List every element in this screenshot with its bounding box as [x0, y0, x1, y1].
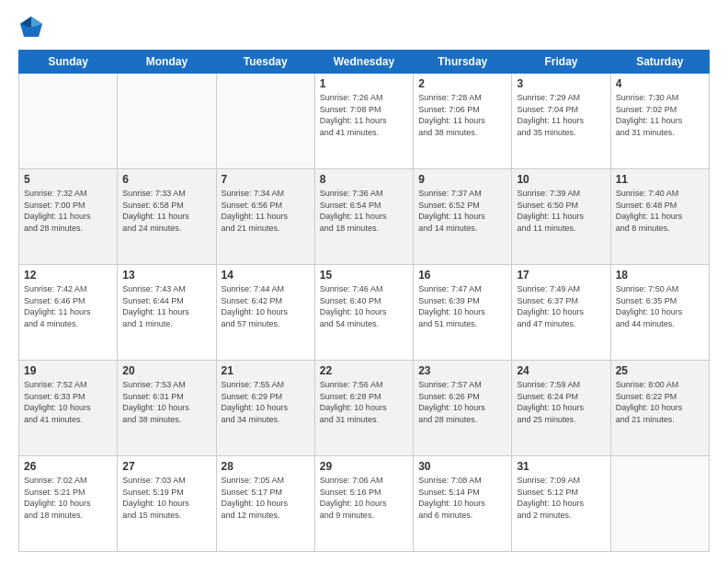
day-number: 9	[418, 173, 506, 186]
calendar-cell: 22Sunrise: 7:56 AM Sunset: 6:28 PM Dayli…	[314, 361, 413, 456]
day-number: 21	[222, 364, 310, 377]
calendar-cell: 8Sunrise: 7:36 AM Sunset: 6:54 PM Daylig…	[314, 169, 413, 265]
day-info: Sunrise: 7:33 AM Sunset: 6:58 PM Dayligh…	[122, 188, 210, 234]
calendar-cell: 13Sunrise: 7:43 AM Sunset: 6:44 PM Dayli…	[118, 265, 216, 361]
col-header-thursday: Thursday	[414, 51, 512, 74]
day-number: 4	[616, 77, 704, 90]
calendar-cell: 14Sunrise: 7:44 AM Sunset: 6:42 PM Dayli…	[216, 265, 314, 361]
calendar-cell	[610, 456, 709, 552]
day-info: Sunrise: 7:56 AM Sunset: 6:28 PM Dayligh…	[320, 379, 408, 425]
day-number: 13	[122, 269, 210, 282]
calendar-week-4: 19Sunrise: 7:52 AM Sunset: 6:33 PM Dayli…	[19, 361, 710, 456]
day-number: 18	[616, 269, 704, 282]
calendar-cell: 6Sunrise: 7:33 AM Sunset: 6:58 PM Daylig…	[118, 169, 216, 265]
day-number: 8	[320, 173, 408, 186]
day-info: Sunrise: 7:49 AM Sunset: 6:37 PM Dayligh…	[517, 283, 605, 329]
calendar-cell: 3Sunrise: 7:29 AM Sunset: 7:04 PM Daylig…	[512, 74, 610, 169]
day-number: 14	[222, 269, 310, 282]
col-header-saturday: Saturday	[610, 51, 709, 74]
calendar-cell	[19, 74, 118, 169]
calendar-week-3: 12Sunrise: 7:42 AM Sunset: 6:46 PM Dayli…	[19, 265, 710, 361]
col-header-friday: Friday	[512, 51, 610, 74]
day-info: Sunrise: 7:57 AM Sunset: 6:26 PM Dayligh…	[418, 379, 506, 425]
day-info: Sunrise: 7:39 AM Sunset: 6:50 PM Dayligh…	[517, 188, 605, 234]
day-info: Sunrise: 7:30 AM Sunset: 7:02 PM Dayligh…	[616, 92, 704, 138]
header	[18, 15, 710, 40]
day-info: Sunrise: 7:36 AM Sunset: 6:54 PM Dayligh…	[320, 188, 408, 234]
calendar-week-5: 26Sunrise: 7:02 AM Sunset: 5:21 PM Dayli…	[19, 456, 710, 552]
day-number: 5	[24, 173, 112, 186]
calendar-cell: 26Sunrise: 7:02 AM Sunset: 5:21 PM Dayli…	[19, 456, 118, 552]
calendar-cell: 21Sunrise: 7:55 AM Sunset: 6:29 PM Dayli…	[216, 361, 314, 456]
logo-icon	[18, 15, 44, 40]
day-number: 22	[320, 364, 408, 377]
calendar-cell: 30Sunrise: 7:08 AM Sunset: 5:14 PM Dayli…	[414, 456, 512, 552]
col-header-sunday: Sunday	[19, 51, 118, 74]
calendar-cell: 10Sunrise: 7:39 AM Sunset: 6:50 PM Dayli…	[512, 169, 610, 265]
day-number: 19	[24, 364, 112, 377]
calendar-cell: 12Sunrise: 7:42 AM Sunset: 6:46 PM Dayli…	[19, 265, 118, 361]
calendar-cell: 29Sunrise: 7:06 AM Sunset: 5:16 PM Dayli…	[314, 456, 413, 552]
calendar-cell: 2Sunrise: 7:28 AM Sunset: 7:06 PM Daylig…	[414, 74, 512, 169]
day-info: Sunrise: 7:55 AM Sunset: 6:29 PM Dayligh…	[222, 379, 310, 425]
calendar-header-row: SundayMondayTuesdayWednesdayThursdayFrid…	[19, 51, 710, 74]
logo	[18, 15, 46, 40]
day-number: 27	[122, 460, 210, 473]
day-number: 6	[122, 173, 210, 186]
day-info: Sunrise: 7:05 AM Sunset: 5:17 PM Dayligh…	[222, 475, 310, 521]
calendar-cell: 28Sunrise: 7:05 AM Sunset: 5:17 PM Dayli…	[216, 456, 314, 552]
day-number: 17	[517, 269, 605, 282]
calendar-cell: 27Sunrise: 7:03 AM Sunset: 5:19 PM Dayli…	[118, 456, 216, 552]
day-number: 15	[320, 269, 408, 282]
day-number: 7	[222, 173, 310, 186]
calendar-cell: 20Sunrise: 7:53 AM Sunset: 6:31 PM Dayli…	[118, 361, 216, 456]
col-header-monday: Monday	[118, 51, 216, 74]
calendar-cell: 24Sunrise: 7:59 AM Sunset: 6:24 PM Dayli…	[512, 361, 610, 456]
calendar-cell: 15Sunrise: 7:46 AM Sunset: 6:40 PM Dayli…	[314, 265, 413, 361]
day-number: 29	[320, 460, 408, 473]
day-number: 12	[24, 269, 112, 282]
day-info: Sunrise: 7:44 AM Sunset: 6:42 PM Dayligh…	[222, 283, 310, 329]
day-info: Sunrise: 7:06 AM Sunset: 5:16 PM Dayligh…	[320, 475, 408, 521]
day-info: Sunrise: 7:47 AM Sunset: 6:39 PM Dayligh…	[418, 283, 506, 329]
day-info: Sunrise: 7:03 AM Sunset: 5:19 PM Dayligh…	[122, 475, 210, 521]
day-number: 3	[517, 77, 605, 90]
page: SundayMondayTuesdayWednesdayThursdayFrid…	[0, 0, 728, 563]
calendar-cell	[216, 74, 314, 169]
col-header-tuesday: Tuesday	[216, 51, 314, 74]
day-info: Sunrise: 7:02 AM Sunset: 5:21 PM Dayligh…	[24, 475, 112, 521]
day-info: Sunrise: 8:00 AM Sunset: 6:22 PM Dayligh…	[616, 379, 704, 425]
day-number: 16	[418, 269, 506, 282]
day-info: Sunrise: 7:34 AM Sunset: 6:56 PM Dayligh…	[222, 188, 310, 234]
day-info: Sunrise: 7:26 AM Sunset: 7:08 PM Dayligh…	[320, 92, 408, 138]
day-info: Sunrise: 7:08 AM Sunset: 5:14 PM Dayligh…	[418, 475, 506, 521]
day-info: Sunrise: 7:43 AM Sunset: 6:44 PM Dayligh…	[122, 283, 210, 329]
calendar-cell: 7Sunrise: 7:34 AM Sunset: 6:56 PM Daylig…	[216, 169, 314, 265]
calendar-cell: 31Sunrise: 7:09 AM Sunset: 5:12 PM Dayli…	[512, 456, 610, 552]
day-info: Sunrise: 7:28 AM Sunset: 7:06 PM Dayligh…	[418, 92, 506, 138]
calendar-cell: 23Sunrise: 7:57 AM Sunset: 6:26 PM Dayli…	[414, 361, 512, 456]
calendar-cell: 25Sunrise: 8:00 AM Sunset: 6:22 PM Dayli…	[610, 361, 709, 456]
day-number: 20	[122, 364, 210, 377]
day-info: Sunrise: 7:52 AM Sunset: 6:33 PM Dayligh…	[24, 379, 112, 425]
calendar-cell: 11Sunrise: 7:40 AM Sunset: 6:48 PM Dayli…	[610, 169, 709, 265]
calendar-table: SundayMondayTuesdayWednesdayThursdayFrid…	[18, 50, 710, 552]
day-number: 11	[616, 173, 704, 186]
day-number: 23	[418, 364, 506, 377]
day-info: Sunrise: 7:46 AM Sunset: 6:40 PM Dayligh…	[320, 283, 408, 329]
calendar-cell: 5Sunrise: 7:32 AM Sunset: 7:00 PM Daylig…	[19, 169, 118, 265]
day-number: 1	[320, 77, 408, 90]
day-number: 26	[24, 460, 112, 473]
day-number: 28	[222, 460, 310, 473]
day-info: Sunrise: 7:42 AM Sunset: 6:46 PM Dayligh…	[24, 283, 112, 329]
col-header-wednesday: Wednesday	[314, 51, 413, 74]
day-number: 10	[517, 173, 605, 186]
calendar-cell: 4Sunrise: 7:30 AM Sunset: 7:02 PM Daylig…	[610, 74, 709, 169]
calendar-cell: 18Sunrise: 7:50 AM Sunset: 6:35 PM Dayli…	[610, 265, 709, 361]
day-number: 25	[616, 364, 704, 377]
calendar-cell: 17Sunrise: 7:49 AM Sunset: 6:37 PM Dayli…	[512, 265, 610, 361]
day-number: 31	[517, 460, 605, 473]
day-info: Sunrise: 7:37 AM Sunset: 6:52 PM Dayligh…	[418, 188, 506, 234]
calendar-week-2: 5Sunrise: 7:32 AM Sunset: 7:00 PM Daylig…	[19, 169, 710, 265]
day-info: Sunrise: 7:53 AM Sunset: 6:31 PM Dayligh…	[122, 379, 210, 425]
